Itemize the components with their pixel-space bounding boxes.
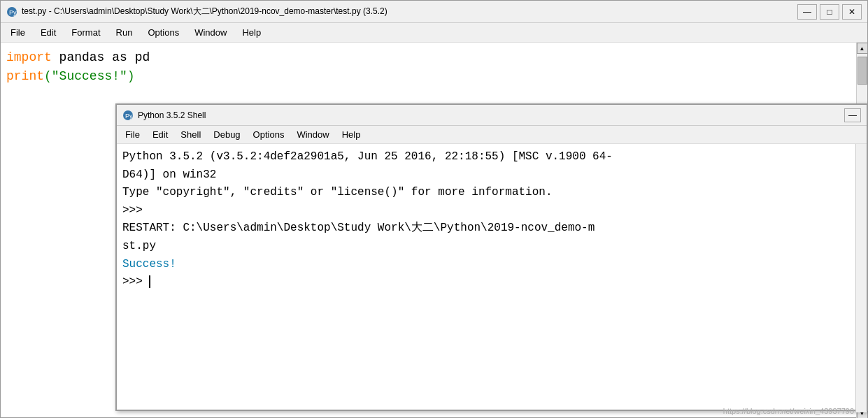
shell-menu-options[interactable]: Options xyxy=(248,128,290,141)
shell-title-left: Py Python 3.5.2 Shell xyxy=(122,110,206,121)
editor-menu-help[interactable]: Help xyxy=(235,26,268,39)
editor-title-bar: Py test.py - C:\Users\admin\Desktop\Stud… xyxy=(1,1,867,23)
shell-line-2: D64)] on win32 xyxy=(122,166,861,185)
shell-window: Py Python 3.5.2 Shell — File Edit Shell … xyxy=(115,103,868,411)
editor-menu-edit[interactable]: Edit xyxy=(34,26,63,39)
keyword-print: print xyxy=(6,69,44,83)
editor-maximize-button[interactable]: □ xyxy=(820,4,839,20)
shell-success-line: Success! xyxy=(122,256,861,274)
shell-title-text: Python 3.5.2 Shell xyxy=(138,110,206,120)
editor-window-controls: — □ ✕ xyxy=(797,4,862,20)
editor-menu-bar: File Edit Format Run Options Window Help xyxy=(1,23,867,43)
shell-prompt-1: >>> xyxy=(122,202,861,220)
code-pandas: pandas as pd xyxy=(52,50,150,64)
editor-menu-options[interactable]: Options xyxy=(141,26,186,39)
shell-content-area[interactable]: Python 3.5.2 (v3.5.2:4def2a2901a5, Jun 2… xyxy=(117,144,867,410)
python-icon: Py xyxy=(6,6,17,17)
watermark: https://blog.csdn.net/weixin_43937790 xyxy=(723,407,854,415)
shell-menu-edit[interactable]: Edit xyxy=(147,128,173,141)
code-line-2: print("Success!") xyxy=(6,67,862,86)
shell-menu-file[interactable]: File xyxy=(120,128,145,141)
shell-menu-debug[interactable]: Debug xyxy=(208,128,246,141)
shell-restart-line: RESTART: C:\Users\admin\Desktop\Study Wo… xyxy=(122,219,861,238)
shell-menu-bar: File Edit Shell Debug Options Window Hel… xyxy=(117,126,867,144)
shell-title-bar: Py Python 3.5.2 Shell — xyxy=(117,105,867,126)
keyword-import: import xyxy=(6,50,52,64)
shell-menu-shell[interactable]: Shell xyxy=(175,128,206,141)
shell-controls: — xyxy=(844,108,861,122)
shell-menu-window[interactable]: Window xyxy=(291,128,334,141)
editor-close-button[interactable]: ✕ xyxy=(842,4,862,20)
editor-menu-run[interactable]: Run xyxy=(109,26,140,39)
editor-menu-format[interactable]: Format xyxy=(64,26,107,39)
editor-menu-window[interactable]: Window xyxy=(187,26,234,39)
scroll-up-button[interactable]: ▲ xyxy=(857,43,868,54)
editor-title-left: Py test.py - C:\Users\admin\Desktop\Stud… xyxy=(6,6,387,17)
shell-menu-help[interactable]: Help xyxy=(336,128,367,141)
shell-minimize-button[interactable]: — xyxy=(844,108,861,122)
shell-restart-line2: st.py xyxy=(122,238,861,256)
editor-minimize-button[interactable]: — xyxy=(797,4,817,20)
svg-text:Py: Py xyxy=(125,113,133,120)
shell-prompt-2: >>> xyxy=(122,273,861,291)
code-line-1: import pandas as pd xyxy=(6,48,862,67)
scroll-thumb[interactable] xyxy=(858,57,867,85)
shell-cursor xyxy=(149,275,157,288)
shell-line-1: Python 3.5.2 (v3.5.2:4def2a2901a5, Jun 2… xyxy=(122,148,861,166)
shell-scrollbar[interactable] xyxy=(855,144,867,412)
shell-python-icon: Py xyxy=(122,110,134,121)
editor-title-text: test.py - C:\Users\admin\Desktop\Study W… xyxy=(22,6,387,17)
code-string: ("Success!") xyxy=(44,69,135,83)
svg-text:Py: Py xyxy=(9,9,17,16)
editor-menu-file[interactable]: File xyxy=(3,26,32,39)
shell-line-3: Type "copyright", "credits" or "license(… xyxy=(122,184,861,202)
